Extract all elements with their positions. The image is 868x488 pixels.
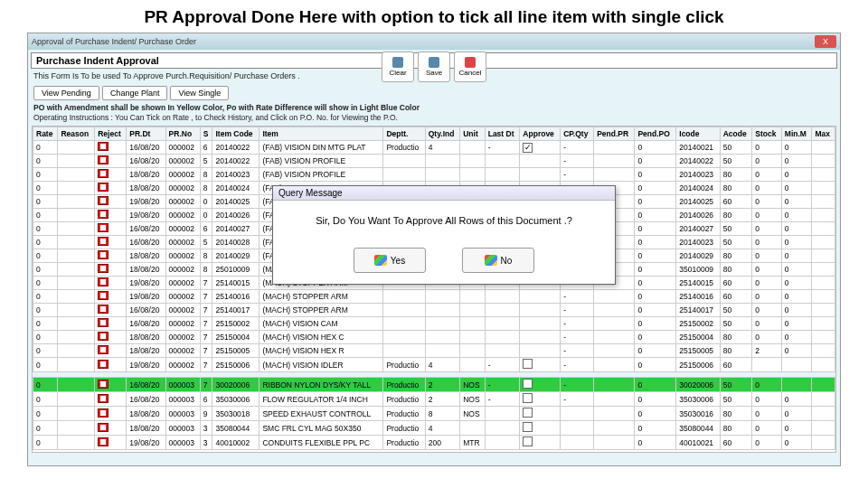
reject-checkbox[interactable]: [98, 169, 108, 178]
approve-checkbox[interactable]: [523, 359, 533, 369]
col-header[interactable]: Min.M: [781, 127, 812, 141]
reject-checkbox[interactable]: [98, 380, 108, 389]
reject-checkbox[interactable]: [98, 437, 108, 446]
yes-button[interactable]: Yes: [354, 248, 426, 273]
col-header[interactable]: Pend.PR: [594, 127, 635, 141]
reject-checkbox[interactable]: [98, 423, 108, 432]
table-row[interactable]: 016/08/20000003635030006FLOW REGULATOR 1…: [33, 392, 835, 407]
clear-icon: [392, 57, 403, 68]
reject-checkbox[interactable]: [98, 318, 108, 327]
approve-checkbox[interactable]: [523, 393, 533, 403]
reject-checkbox[interactable]: [98, 250, 108, 259]
reject-checkbox[interactable]: [98, 237, 108, 246]
slide-title: PR Approval Done Here with option to tic…: [0, 0, 868, 33]
table-row[interactable]: 016/08/20000002725140017(MACH) STOPPER A…: [33, 304, 835, 317]
cancel-button[interactable]: Cancel: [454, 52, 486, 82]
approve-checkbox[interactable]: ✓: [523, 143, 533, 153]
col-header[interactable]: Last Dt: [485, 127, 520, 141]
table-row[interactable]: 019/08/20000002725140016(MACH) STOPPER A…: [33, 290, 835, 304]
col-header[interactable]: PR.No: [165, 127, 200, 141]
reject-checkbox[interactable]: [98, 394, 108, 403]
data-grid[interactable]: RateReasonRejectPR.DtPR.NoSItem CodeItem…: [32, 126, 836, 453]
col-header[interactable]: Approve: [520, 127, 561, 141]
view-pending-button[interactable]: View Pending: [33, 86, 99, 100]
approve-checkbox[interactable]: [523, 408, 533, 418]
table-row[interactable]: 019/08/20000003340010002CONDUITS FLEXIBL…: [33, 436, 835, 450]
approve-checkbox[interactable]: [523, 436, 533, 446]
reject-checkbox[interactable]: [98, 305, 108, 314]
reject-checkbox[interactable]: [98, 210, 108, 219]
reject-checkbox[interactable]: [98, 264, 108, 273]
col-header[interactable]: Unit: [460, 127, 485, 141]
note-amendment: PO with Amendment shall be shown In Yell…: [28, 102, 840, 113]
dialog-message: Sir, Do You Want To Approve All Rows of …: [273, 201, 615, 235]
confirm-dialog: Query Message Sir, Do You Want To Approv…: [272, 185, 616, 285]
table-row[interactable]: 018/08/20000002820140023(FAB) VISION PRO…: [33, 168, 835, 182]
col-header[interactable]: Max: [812, 127, 835, 141]
table-row[interactable]: 019/08/20000002725150006(MACH) VISION ID…: [33, 358, 835, 372]
reject-checkbox[interactable]: [98, 223, 108, 232]
table-row[interactable]: 016/08/20000002520140022(FAB) VISION PRO…: [33, 155, 835, 168]
app-window: Approval of Purchase Indent/ Purchase Or…: [27, 33, 841, 466]
cancel-icon: [465, 57, 476, 68]
reject-checkbox[interactable]: [98, 277, 108, 286]
col-header[interactable]: Rate: [33, 127, 58, 141]
reject-checkbox[interactable]: [98, 196, 108, 205]
reject-checkbox[interactable]: [98, 291, 108, 300]
col-header[interactable]: Reason: [58, 127, 95, 141]
reject-checkbox[interactable]: [98, 408, 108, 418]
table-row[interactable]: 018/08/20000003335080044SMC FRL CYL MAG …: [33, 421, 835, 436]
no-button[interactable]: No: [462, 248, 534, 273]
close-icon[interactable]: X: [815, 35, 836, 48]
window-title: Approval of Purchase Indent/ Purchase Or…: [32, 37, 196, 46]
reject-checkbox[interactable]: [98, 183, 108, 192]
change-plant-button[interactable]: Change Plant: [102, 86, 168, 100]
col-header[interactable]: Pend.PO: [635, 127, 676, 141]
table-row[interactable]: 016/08/20000002620140022(FAB) VISION DIN…: [33, 141, 835, 155]
windows-icon: [374, 255, 387, 266]
col-header[interactable]: Acode: [720, 127, 752, 141]
reject-checkbox[interactable]: [98, 345, 108, 354]
clear-button[interactable]: Clear: [382, 52, 414, 82]
col-header[interactable]: CP.Qty: [561, 127, 594, 141]
table-row[interactable]: 018/08/20000002725150004(MACH) VISION HE…: [33, 331, 835, 344]
col-header[interactable]: S: [200, 127, 212, 141]
approve-checkbox[interactable]: [523, 422, 533, 432]
table-row[interactable]: 016/08/20000003730020006RIBBON NYLON DYS…: [33, 378, 835, 392]
note-instructions: Operating Instructions : You Can Tick on…: [28, 113, 840, 124]
view-buttons: View Pending Change Plant View Single: [28, 84, 840, 102]
col-header[interactable]: Stock: [752, 127, 782, 141]
col-header[interactable]: Reject: [95, 127, 127, 141]
dialog-title: Query Message: [273, 186, 615, 201]
table-row[interactable]: 018/08/20000002725150005(MACH) VISION HE…: [33, 344, 835, 358]
col-header[interactable]: Qty.Ind: [425, 127, 460, 141]
table-row[interactable]: 018/08/20000003935030018SPEED EXHAUST CO…: [33, 407, 835, 421]
col-header[interactable]: Item Code: [212, 127, 259, 141]
windows-icon: [485, 255, 497, 266]
save-icon: [429, 57, 439, 68]
approve-checkbox[interactable]: [523, 379, 533, 389]
table-row[interactable]: 016/08/20000002725150002(MACH) VISION CA…: [33, 317, 835, 331]
col-header[interactable]: PR.Dt: [127, 127, 165, 141]
reject-checkbox[interactable]: [98, 155, 108, 164]
col-header[interactable]: Icode: [676, 127, 720, 141]
titlebar: Approval of Purchase Indent/ Purchase Or…: [28, 33, 840, 50]
reject-checkbox[interactable]: [98, 360, 108, 369]
reject-checkbox[interactable]: [98, 332, 108, 341]
col-header[interactable]: Item: [259, 127, 383, 141]
save-button[interactable]: Save: [418, 52, 450, 82]
view-single-button[interactable]: View Single: [170, 86, 229, 100]
reject-checkbox[interactable]: [98, 142, 108, 151]
col-header[interactable]: Deptt.: [383, 127, 425, 141]
